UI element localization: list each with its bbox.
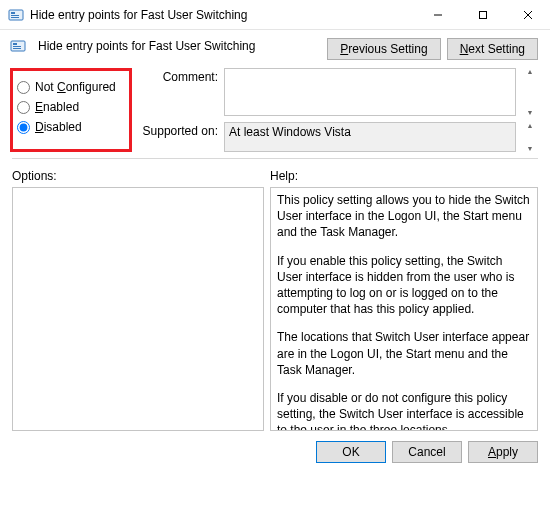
- close-button[interactable]: [505, 0, 550, 29]
- config-area: Not Configured Enabled Disabled Comment:…: [0, 64, 550, 152]
- radio-not-configured-input[interactable]: [17, 81, 30, 94]
- lower-area: Options: Help: This policy setting allow…: [0, 159, 550, 431]
- svg-rect-3: [11, 17, 19, 18]
- radio-disabled-label: Disabled: [35, 120, 82, 134]
- radio-not-configured-label: Not Configured: [35, 80, 116, 94]
- state-radio-group: Not Configured Enabled Disabled: [10, 68, 132, 152]
- comment-textarea[interactable]: [224, 68, 516, 116]
- radio-disabled[interactable]: Disabled: [17, 117, 123, 137]
- maximize-button[interactable]: [460, 0, 505, 29]
- minimize-button[interactable]: [415, 0, 460, 29]
- window-controls: [415, 0, 550, 29]
- supported-spinner: ▲ ▼: [522, 122, 538, 152]
- radio-disabled-input[interactable]: [17, 121, 30, 134]
- svg-rect-1: [11, 12, 15, 14]
- comment-scroll-up-icon[interactable]: ▲: [527, 68, 534, 75]
- help-paragraph: If you disable or do not configure this …: [277, 390, 531, 431]
- next-setting-button[interactable]: Next Setting: [447, 38, 538, 60]
- svg-rect-5: [479, 11, 486, 18]
- comment-label: Comment:: [140, 68, 218, 84]
- radio-enabled[interactable]: Enabled: [17, 97, 123, 117]
- window-title: Hide entry points for Fast User Switchin…: [30, 8, 415, 22]
- help-label: Help:: [270, 169, 298, 183]
- previous-setting-button[interactable]: Previous Setting: [327, 38, 440, 60]
- supported-on-text: At least Windows Vista: [224, 122, 516, 152]
- radio-not-configured[interactable]: Not Configured: [17, 77, 123, 97]
- cancel-button[interactable]: Cancel: [392, 441, 462, 463]
- help-paragraph: The locations that Switch User interface…: [277, 329, 531, 378]
- apply-button[interactable]: Apply: [468, 441, 538, 463]
- options-pane: [12, 187, 264, 431]
- policy-title: Hide entry points for Fast User Switchin…: [38, 39, 255, 53]
- svg-rect-2: [11, 15, 19, 16]
- help-paragraph: If you enable this policy setting, the S…: [277, 253, 531, 318]
- policy-icon: [10, 38, 26, 54]
- footer-buttons: OK Cancel Apply: [0, 431, 550, 463]
- svg-rect-11: [13, 48, 21, 49]
- supported-label: Supported on:: [140, 122, 218, 138]
- app-icon: [8, 7, 24, 23]
- ok-button[interactable]: OK: [316, 441, 386, 463]
- options-label: Options:: [12, 169, 270, 183]
- supported-scroll-up-icon[interactable]: ▲: [527, 122, 534, 129]
- comment-scroll-down-icon[interactable]: ▼: [527, 109, 534, 116]
- radio-enabled-input[interactable]: [17, 101, 30, 114]
- comment-spinner: ▲ ▼: [522, 68, 538, 116]
- svg-rect-9: [13, 43, 17, 45]
- help-paragraph: This policy setting allows you to hide t…: [277, 192, 531, 241]
- radio-enabled-label: Enabled: [35, 100, 79, 114]
- titlebar: Hide entry points for Fast User Switchin…: [0, 0, 550, 30]
- help-pane: This policy setting allows you to hide t…: [270, 187, 538, 431]
- header: Hide entry points for Fast User Switchin…: [0, 30, 550, 64]
- supported-scroll-down-icon[interactable]: ▼: [527, 145, 534, 152]
- svg-rect-10: [13, 46, 21, 47]
